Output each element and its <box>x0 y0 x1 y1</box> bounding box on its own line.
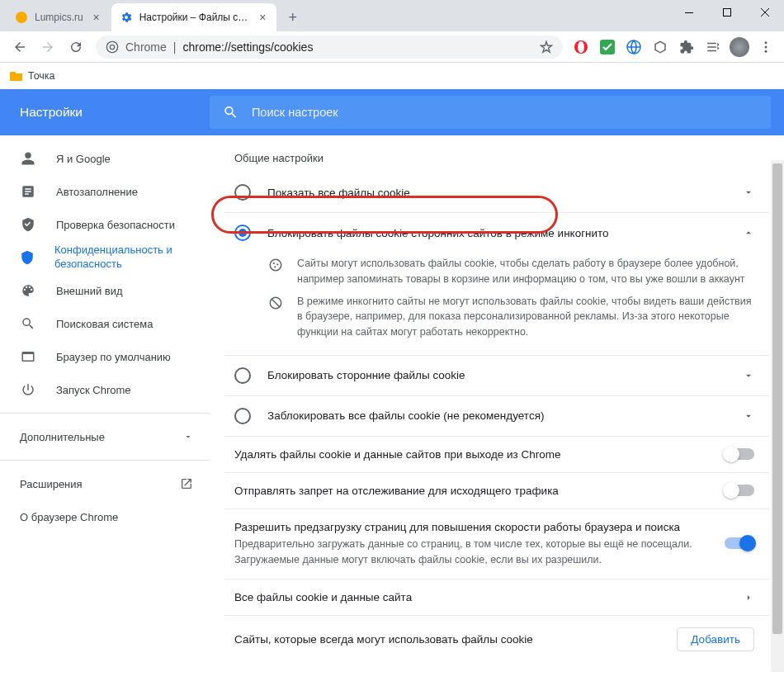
chevron-down-icon[interactable] <box>743 410 754 422</box>
sidebar-item-safety[interactable]: Проверка безопасности <box>0 208 210 241</box>
radio-icon[interactable] <box>234 184 251 201</box>
chevron-up-icon[interactable] <box>743 227 754 239</box>
settings-header: Настройки <box>0 89 784 135</box>
chevron-down-icon[interactable] <box>743 370 754 381</box>
sidebar-item-default[interactable]: Браузер по умолчанию <box>0 340 210 373</box>
chevron-down-icon[interactable] <box>743 187 754 198</box>
sidebar-label: Я и Google <box>56 153 111 165</box>
row-clear-on-exit[interactable]: Удалять файлы cookie и данные сайтов при… <box>224 437 769 473</box>
search-icon <box>20 316 36 331</box>
tab-label: Настройки – Файлы cookie и д <box>139 12 251 23</box>
close-icon[interactable]: × <box>90 11 103 24</box>
sidebar-label: Поисковая система <box>56 318 153 330</box>
sidebar-item-autofill[interactable]: Автозаполнение <box>0 175 210 208</box>
maximize-button[interactable] <box>708 0 746 25</box>
forward-button[interactable] <box>35 34 61 60</box>
row-label: Все файлы cookie и данные сайта <box>234 591 412 603</box>
toggle-switch[interactable] <box>725 537 754 549</box>
check-ext-icon[interactable] <box>596 35 619 59</box>
tab-lumpics[interactable]: Lumpics.ru × <box>7 3 111 31</box>
bookmark-item[interactable]: Точка <box>28 70 55 82</box>
svg-point-6 <box>578 41 584 53</box>
bookmarks-bar: Точка <box>0 63 784 89</box>
search-icon <box>223 104 239 121</box>
svg-point-4 <box>110 45 114 49</box>
toggle-switch[interactable] <box>725 448 754 460</box>
content-area: Общие настройки Показать все файлы cooki… <box>210 135 784 686</box>
sidebar-link-extensions[interactable]: Расширения <box>0 467 210 500</box>
menu-icon[interactable] <box>754 35 777 59</box>
url-path: chrome://settings/cookies <box>182 40 313 54</box>
opera-ext-icon[interactable] <box>569 35 593 59</box>
svg-line-17 <box>272 298 281 307</box>
row-always-allow: Сайты, которые всегда могут использовать… <box>224 616 769 663</box>
sidebar-label: Дополнительные <box>20 431 105 443</box>
svg-point-14 <box>276 263 278 265</box>
shield-check-icon <box>20 217 36 232</box>
sidebar-item-startup[interactable]: Запуск Chrome <box>0 373 210 406</box>
row-label: Разрешить предзагрузку страниц для повыш… <box>234 521 708 533</box>
star-icon[interactable] <box>540 40 553 54</box>
svg-point-3 <box>106 41 117 52</box>
chevron-right-icon <box>743 592 754 603</box>
toggle-switch[interactable] <box>725 485 754 496</box>
sidebar-item-advanced[interactable]: Дополнительные <box>0 420 210 453</box>
expanded-text: В режиме инкогнито сайты не могут исполь… <box>297 294 754 340</box>
close-window-button[interactable] <box>746 0 784 25</box>
sidebar-item-privacy[interactable]: Конфиденциальность и безопасность <box>0 241 210 274</box>
row-preload[interactable]: Разрешить предзагрузку страниц для повыш… <box>224 509 769 580</box>
address-bar: Chrome | chrome://settings/cookies <box>0 31 784 63</box>
new-tab-button[interactable]: + <box>281 6 305 29</box>
url-prefix: Chrome <box>125 40 167 54</box>
palette-icon <box>20 283 36 298</box>
url-divider: | <box>173 40 177 54</box>
scrollbar[interactable] <box>771 160 784 672</box>
row-label: Отправлять запрет на отслеживание для ис… <box>234 485 559 497</box>
option-expanded-body: Сайты могут использовать файлы cookie, ч… <box>224 253 769 356</box>
reload-button[interactable] <box>63 34 89 60</box>
row-dnt[interactable]: Отправлять запрет на отслеживание для ис… <box>224 473 769 509</box>
tab-strip: Lumpics.ru × Настройки – Файлы cookie и … <box>7 3 305 31</box>
sidebar-label: О браузере Chrome <box>20 511 118 523</box>
omnibox[interactable]: Chrome | chrome://settings/cookies <box>96 35 563 59</box>
chevron-down-icon <box>183 432 193 442</box>
svg-point-10 <box>765 45 767 48</box>
search-input[interactable] <box>252 106 758 119</box>
option-block-incognito[interactable]: Блокировать файлы cookie сторонних сайто… <box>224 213 769 253</box>
sidebar-link-about[interactable]: О браузере Chrome <box>0 500 210 533</box>
puzzle-ext-icon[interactable] <box>675 35 698 59</box>
option-block-third[interactable]: Блокировать сторонние файлы cookie <box>224 356 769 396</box>
close-icon[interactable]: × <box>257 11 268 24</box>
minimize-button[interactable] <box>670 0 708 25</box>
sidebar-item-search[interactable]: Поисковая система <box>0 307 210 340</box>
person-icon <box>20 151 36 166</box>
list-ext-icon[interactable] <box>701 35 725 59</box>
shield-icon <box>20 250 35 265</box>
option-show-all[interactable]: Показать все файлы cookie <box>224 173 769 213</box>
sidebar-label: Автозаполнение <box>56 186 138 198</box>
globe-ext-icon[interactable] <box>622 35 645 59</box>
svg-rect-1 <box>685 12 693 13</box>
back-button[interactable] <box>7 34 33 60</box>
sidebar: Я и Google Автозаполнение Проверка безоп… <box>0 135 210 686</box>
sidebar-separator <box>0 413 210 414</box>
radio-icon[interactable] <box>234 367 251 384</box>
row-all-cookies[interactable]: Все файлы cookie и данные сайта <box>224 580 769 616</box>
tab-settings[interactable]: Настройки – Файлы cookie и д × <box>111 3 276 31</box>
settings-search[interactable] <box>210 96 771 129</box>
avatar[interactable] <box>728 35 751 59</box>
add-button[interactable]: Добавить <box>677 627 754 651</box>
window-controls <box>670 0 784 25</box>
option-block-all[interactable]: Заблокировать все файлы cookie (не реком… <box>224 396 769 437</box>
radio-icon[interactable] <box>234 408 251 424</box>
tab-label: Lumpics.ru <box>35 12 83 23</box>
option-label: Блокировать файлы cookie сторонних сайто… <box>267 227 609 239</box>
autofill-icon <box>20 184 36 199</box>
option-label: Блокировать сторонние файлы cookie <box>267 369 465 381</box>
svg-rect-2 <box>724 9 731 17</box>
sidebar-item-appearance[interactable]: Внешний вид <box>0 274 210 307</box>
cookie-icon <box>267 256 284 287</box>
sidebar-item-you-google[interactable]: Я и Google <box>0 142 210 175</box>
cube-ext-icon[interactable] <box>649 35 672 59</box>
radio-icon[interactable] <box>234 225 251 241</box>
